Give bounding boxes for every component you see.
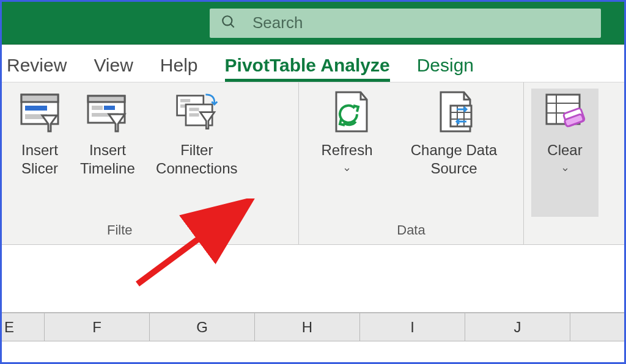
group-actions-label xyxy=(531,236,617,242)
ribbon-tabs: Review View Help PivotTable Analyze Desi… xyxy=(2,45,624,82)
ribbon: Insert Slicer Insert Timeline xyxy=(2,82,624,245)
chevron-down-icon: ⌄ xyxy=(561,161,570,174)
group-filter-label: Filte xyxy=(9,220,291,242)
tab-design[interactable]: Design xyxy=(417,55,474,82)
clear-label: Clear xyxy=(547,141,582,159)
svg-point-0 xyxy=(223,16,232,25)
svg-line-1 xyxy=(230,24,234,27)
insert-slicer-button[interactable]: Insert Slicer xyxy=(9,89,70,217)
change-data-source-icon xyxy=(432,91,476,135)
title-bar: Search xyxy=(2,2,624,45)
tab-pivottable-analyze[interactable]: PivotTable Analyze xyxy=(225,55,390,82)
svg-rect-9 xyxy=(104,106,115,110)
refresh-button[interactable]: Refresh ⌄ xyxy=(307,89,387,217)
timeline-icon xyxy=(86,91,130,135)
column-headers: E F G H I J xyxy=(2,313,624,341)
slicer-icon xyxy=(18,91,62,135)
insert-timeline-button[interactable]: Insert Timeline xyxy=(76,89,139,217)
filter-connections-label: Filter Connections xyxy=(156,141,237,178)
chevron-down-icon: ⌄ xyxy=(342,161,352,174)
tab-review[interactable]: Review xyxy=(7,55,67,82)
search-placeholder: Search xyxy=(252,13,303,32)
column-header[interactable]: E xyxy=(2,313,45,341)
tab-view[interactable]: View xyxy=(94,55,133,82)
column-header[interactable]: J xyxy=(465,313,570,341)
svg-rect-8 xyxy=(92,106,103,110)
insert-timeline-label: Insert Timeline xyxy=(80,141,135,178)
filter-connections-button[interactable]: Filter Connections xyxy=(145,89,249,217)
search-box[interactable]: Search xyxy=(210,9,601,38)
change-data-source-label: Change Data Source xyxy=(411,141,497,178)
group-actions: Clear ⌄ xyxy=(524,82,624,244)
group-data: Refresh ⌄ Ch xyxy=(299,82,524,244)
svg-rect-4 xyxy=(25,106,47,111)
column-header[interactable]: G xyxy=(150,313,255,341)
refresh-label: Refresh xyxy=(321,141,372,159)
column-header[interactable]: H xyxy=(255,313,360,341)
svg-rect-7 xyxy=(88,96,125,102)
column-header[interactable]: F xyxy=(45,313,150,341)
svg-rect-16 xyxy=(189,113,199,116)
svg-rect-3 xyxy=(21,95,58,102)
group-data-label: Data xyxy=(306,220,516,242)
insert-slicer-label: Insert Slicer xyxy=(21,141,58,178)
search-icon xyxy=(221,14,237,32)
svg-rect-15 xyxy=(189,107,199,111)
svg-rect-12 xyxy=(180,99,190,102)
filter-connections-icon xyxy=(175,91,219,135)
change-data-source-button[interactable]: Change Data Source xyxy=(393,89,515,217)
clear-button[interactable]: Clear ⌄ xyxy=(531,89,598,217)
group-filter: Insert Slicer Insert Timeline xyxy=(2,82,299,244)
column-header[interactable]: I xyxy=(360,313,465,341)
refresh-icon xyxy=(325,91,369,135)
clear-icon xyxy=(543,91,587,135)
formula-bar-area xyxy=(2,245,624,313)
tab-help[interactable]: Help xyxy=(160,55,198,82)
